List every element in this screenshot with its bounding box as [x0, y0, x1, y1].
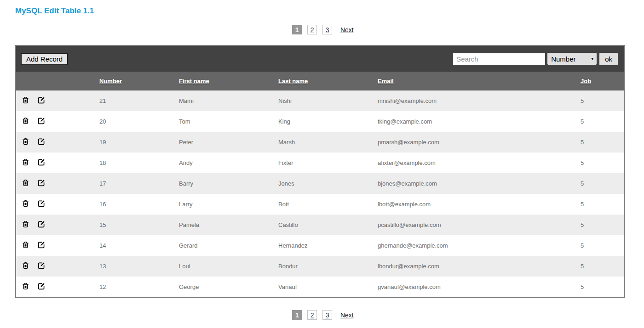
page-button-3[interactable]: 3	[322, 25, 332, 34]
delete-row-button[interactable]	[22, 137, 29, 146]
table-row: 20 Tom King tking@example.com 5	[16, 111, 624, 132]
edit-icon	[37, 158, 46, 166]
page-button-2[interactable]: 2	[307, 310, 317, 320]
cell-last-name: Bondur	[278, 256, 378, 277]
cell-first-name: Mami	[179, 90, 278, 111]
edit-row-button[interactable]	[37, 96, 46, 104]
page-button-1[interactable]: 1	[292, 25, 302, 34]
next-page-link[interactable]: Next	[340, 26, 354, 34]
edit-row-button[interactable]	[37, 199, 46, 208]
cell-number: 17	[99, 173, 179, 194]
table-row: 18 Andy Fixter afixter@example.com 5	[16, 153, 624, 173]
cell-job: 5	[581, 132, 624, 153]
edit-row-button[interactable]	[37, 261, 46, 270]
edit-row-button[interactable]	[37, 220, 46, 228]
toolbar: Add Record Number ▾ ok	[16, 46, 624, 72]
cell-job: 5	[581, 235, 624, 256]
cell-job: 5	[581, 215, 624, 235]
edit-icon	[37, 261, 46, 270]
delete-row-button[interactable]	[22, 220, 29, 228]
cell-number: 13	[99, 256, 179, 277]
edit-icon	[37, 179, 46, 187]
cell-first-name: Gerard	[179, 235, 278, 256]
cell-email: afixter@example.com	[378, 153, 581, 173]
table-row: 15 Pamela Castillo pcastillo@example.com…	[16, 215, 624, 235]
edit-row-button[interactable]	[37, 158, 46, 166]
search-input[interactable]	[453, 53, 545, 65]
cell-last-name: King	[278, 111, 378, 132]
delete-row-button[interactable]	[22, 96, 29, 104]
delete-row-button[interactable]	[22, 179, 29, 187]
page-title: MySQL Edit Table 1.1	[15, 6, 644, 16]
delete-row-button[interactable]	[22, 199, 29, 208]
search-field-select-wrap: Number ▾	[547, 53, 597, 65]
column-header-actions	[16, 72, 99, 90]
table-body: 21 Mami Nishi mnishi@example.com 5	[16, 90, 624, 297]
trash-icon	[22, 137, 29, 146]
add-record-button[interactable]: Add Record	[21, 53, 68, 65]
row-actions	[16, 194, 99, 215]
search-ok-button[interactable]: ok	[599, 53, 618, 65]
page-button-1[interactable]: 1	[292, 310, 302, 320]
table-header: Number First name Last name Email Job	[16, 72, 624, 90]
table-row: 13 Loui Bondur lbondur@example.com 5	[16, 256, 624, 277]
edit-icon	[37, 117, 46, 125]
edit-row-button[interactable]	[37, 137, 46, 146]
row-actions	[16, 215, 99, 235]
page-button-2[interactable]: 2	[307, 25, 317, 34]
edit-icon	[37, 282, 46, 290]
trash-icon	[22, 220, 29, 228]
delete-row-button[interactable]	[22, 282, 29, 290]
cell-last-name: Hernandez	[278, 235, 378, 256]
column-header-job[interactable]: Job	[581, 72, 624, 90]
delete-row-button[interactable]	[22, 117, 29, 125]
cell-email: tking@example.com	[378, 111, 581, 132]
row-actions	[16, 90, 99, 111]
cell-first-name: Loui	[179, 256, 278, 277]
cell-number: 12	[99, 277, 179, 297]
column-header-email[interactable]: Email	[378, 72, 581, 90]
row-actions	[16, 132, 99, 153]
delete-row-button[interactable]	[22, 158, 29, 166]
edit-row-button[interactable]	[37, 241, 46, 249]
column-header-first-name[interactable]: First name	[179, 72, 278, 90]
table-row: 17 Barry Jones bjones@example.com 5	[16, 173, 624, 194]
cell-first-name: Barry	[179, 173, 278, 194]
cell-last-name: Marsh	[278, 132, 378, 153]
cell-last-name: Nishi	[278, 90, 378, 111]
cell-first-name: Pamela	[179, 215, 278, 235]
table-row: 21 Mami Nishi mnishi@example.com 5	[16, 90, 624, 111]
edit-row-button[interactable]	[37, 179, 46, 187]
cell-last-name: Bott	[278, 194, 378, 215]
next-page-link[interactable]: Next	[340, 311, 354, 319]
cell-number: 14	[99, 235, 179, 256]
cell-number: 19	[99, 132, 179, 153]
edit-icon	[37, 241, 46, 249]
edit-row-button[interactable]	[37, 117, 46, 125]
cell-last-name: Jones	[278, 173, 378, 194]
trash-icon	[22, 282, 29, 290]
delete-row-button[interactable]	[22, 261, 29, 270]
cell-job: 5	[581, 111, 624, 132]
page-button-3[interactable]: 3	[322, 310, 332, 320]
table-header-row: Number First name Last name Email Job	[16, 72, 624, 90]
cell-first-name: Peter	[179, 132, 278, 153]
cell-email: lbott@example.com	[378, 194, 581, 215]
edit-icon	[37, 137, 46, 146]
cell-job: 5	[581, 194, 624, 215]
cell-job: 5	[581, 153, 624, 173]
search-field-select[interactable]: Number	[547, 53, 597, 65]
trash-icon	[22, 199, 29, 208]
cell-last-name: Fixter	[278, 153, 378, 173]
edit-row-button[interactable]	[37, 282, 46, 290]
row-actions	[16, 277, 99, 297]
column-header-last-name[interactable]: Last name	[278, 72, 378, 90]
row-actions	[16, 173, 99, 194]
column-header-number[interactable]: Number	[99, 72, 179, 90]
table-row: 16 Larry Bott lbott@example.com 5	[16, 194, 624, 215]
cell-job: 5	[581, 173, 624, 194]
delete-row-button[interactable]	[22, 241, 29, 249]
cell-email: gvanauf@example.com	[378, 277, 581, 297]
table-container: Add Record Number ▾ ok Number First name…	[15, 45, 625, 298]
cell-first-name: Larry	[179, 194, 278, 215]
